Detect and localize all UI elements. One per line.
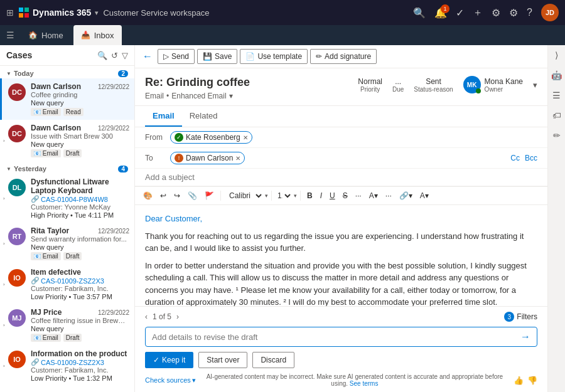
collapse-panel-button[interactable]: ⟩ bbox=[552, 48, 561, 63]
ai-filters-button[interactable]: 3 Filters bbox=[504, 312, 537, 322]
priority-label: Priority bbox=[358, 86, 382, 93]
size-chevron-icon: ▾ bbox=[294, 193, 297, 199]
email-subtype-chevron-icon[interactable]: ▾ bbox=[229, 92, 233, 100]
case-avatar: DL bbox=[8, 179, 26, 196]
emoji-button[interactable]: 🎨 bbox=[140, 189, 156, 202]
tag-icon[interactable]: 🏷 bbox=[550, 108, 564, 123]
case-id-link[interactable]: 🔗CAS-01004-P8W4W8 bbox=[31, 195, 128, 203]
case-avatar: MJ bbox=[8, 309, 26, 327]
bcc-button[interactable]: Bcc bbox=[525, 154, 537, 162]
cc-button[interactable]: Cc bbox=[510, 154, 520, 162]
attach-button[interactable]: 📎 bbox=[185, 189, 200, 202]
from-recipient[interactable]: ✓ Kate Rosenberg ✕ bbox=[170, 131, 252, 144]
brand-logo[interactable]: Dynamics 365 ▾ bbox=[19, 8, 98, 18]
redo-button[interactable]: ↪ bbox=[171, 189, 183, 202]
keep-it-button[interactable]: ✓ Keep it bbox=[145, 352, 193, 368]
sidebar-search-icon[interactable]: 🔍 bbox=[97, 51, 107, 60]
section-today[interactable]: ▼ Today 2 bbox=[0, 66, 134, 78]
nav-tab-home[interactable]: 🏠 Home bbox=[21, 25, 71, 45]
undo-button[interactable]: ↩ bbox=[157, 189, 170, 202]
cases-title: Cases bbox=[6, 50, 94, 60]
notification-icon[interactable]: 🔔 1 bbox=[434, 7, 447, 19]
discard-button[interactable]: Discard bbox=[252, 352, 294, 368]
link-button[interactable]: 🔗▾ bbox=[396, 189, 416, 202]
thumbs-up-button[interactable]: 👍 bbox=[514, 376, 524, 385]
to-recipient[interactable]: ! Dawn Carlson ✕ bbox=[170, 152, 245, 164]
save-button[interactable]: 💾 Save bbox=[197, 49, 237, 64]
nav-tab-inbox[interactable]: 📥 Inbox bbox=[73, 25, 122, 45]
sidebar-filter-icon[interactable]: ▽ bbox=[122, 51, 128, 60]
case-avatar: DC bbox=[8, 125, 26, 142]
subject-row bbox=[135, 169, 547, 186]
see-terms-link[interactable]: See terms bbox=[350, 380, 379, 387]
case-item[interactable]: › DC Dawn Carlson Issue with Smart Brew … bbox=[0, 120, 134, 161]
ai-draft-input[interactable] bbox=[152, 332, 520, 342]
add-signature-button[interactable]: ✏ Add signature bbox=[310, 49, 377, 64]
check-sources-button[interactable]: Check sources ▾ bbox=[145, 376, 196, 384]
ai-footer: Check sources ▾ AI-generated content may… bbox=[145, 373, 537, 387]
to-row: To ! Dawn Carlson ✕ Cc Bcc bbox=[135, 148, 547, 169]
flag-button[interactable]: 🚩 bbox=[202, 189, 217, 202]
use-template-button[interactable]: 📄 Use template bbox=[240, 49, 308, 64]
case-item[interactable]: › IO Information on the product 🔗CAS-010… bbox=[0, 346, 134, 386]
filter-icon[interactable]: ⚙ bbox=[492, 7, 500, 19]
highlight-button[interactable]: A▾ bbox=[417, 189, 432, 202]
bold-button[interactable]: B bbox=[304, 189, 316, 202]
due-value: ... bbox=[392, 77, 404, 86]
grid-icon[interactable]: ⊞ bbox=[6, 8, 14, 18]
more-format-button[interactable]: ··· bbox=[352, 189, 365, 202]
copilot-icon[interactable]: ✓ bbox=[456, 7, 464, 19]
text-color-button[interactable]: A▾ bbox=[366, 189, 381, 202]
strikethrough-button[interactable]: S bbox=[340, 189, 351, 202]
add-icon[interactable]: ＋ bbox=[473, 6, 483, 19]
thumbs-down-button[interactable]: 👎 bbox=[527, 376, 537, 385]
pencil-icon[interactable]: ✏ bbox=[551, 128, 563, 143]
search-icon[interactable]: 🔍 bbox=[413, 7, 426, 19]
remove-from-icon[interactable]: ✕ bbox=[243, 134, 248, 141]
back-button[interactable]: ← bbox=[143, 51, 153, 62]
owner-info: MK Mona Kane Owner bbox=[463, 76, 523, 93]
help-icon[interactable]: ? bbox=[527, 7, 532, 18]
to-label: To bbox=[145, 154, 170, 162]
tab-related[interactable]: Related bbox=[182, 106, 225, 127]
ai-send-button[interactable]: → bbox=[520, 331, 530, 342]
case-id-link[interactable]: 🔗CAS-01009-ZSZ2X3 bbox=[31, 277, 128, 285]
italic-button[interactable]: I bbox=[317, 189, 325, 202]
underline-button[interactable]: U bbox=[326, 189, 338, 202]
case-item[interactable]: DC Dawn Carlson Coffee grinding New quer… bbox=[0, 78, 134, 120]
ai-pagination: ‹ 1 of 5 › 3 Filters bbox=[145, 312, 537, 322]
user-avatar[interactable]: JD bbox=[541, 4, 559, 21]
tab-email[interactable]: Email bbox=[145, 106, 182, 127]
sidebar-refresh-icon[interactable]: ↺ bbox=[111, 51, 118, 60]
font-size-select[interactable]: 11 bbox=[275, 191, 293, 201]
remove-to-icon[interactable]: ✕ bbox=[235, 155, 240, 162]
email-body[interactable]: Dear Customer, Thank you for reaching ou… bbox=[135, 205, 547, 306]
case-tag-email: 📧 Email bbox=[31, 334, 61, 342]
online-indicator bbox=[476, 88, 481, 93]
case-id-link[interactable]: 🔗CAS-01009-ZSZ2X3 bbox=[31, 358, 128, 366]
ai-prev-button[interactable]: ‹ bbox=[145, 312, 148, 321]
recipient-status-icon: ! bbox=[175, 154, 183, 162]
signature-icon: ✏ bbox=[316, 52, 322, 61]
ai-next-button[interactable]: › bbox=[176, 312, 179, 321]
greeting-text: Dear Customer, bbox=[145, 214, 202, 223]
bot-icon[interactable]: 🤖 bbox=[549, 68, 564, 83]
settings-icon[interactable]: ⚙ bbox=[509, 7, 518, 19]
hamburger-icon[interactable]: ☰ bbox=[6, 30, 14, 40]
cc-bcc-actions: Cc Bcc bbox=[510, 154, 537, 162]
section-yesterday[interactable]: ▼ Yesterday 4 bbox=[0, 161, 134, 174]
start-over-button[interactable]: Start over bbox=[198, 352, 247, 368]
subject-input[interactable] bbox=[145, 172, 537, 182]
case-item[interactable]: › RT Rita Taylor Send warranty informati… bbox=[0, 223, 134, 264]
font-family-select[interactable]: Calibri bbox=[224, 189, 264, 202]
case-item[interactable]: › IO Item defective 🔗CAS-01009-ZSZ2X3 Cu… bbox=[0, 264, 134, 304]
top-navbar: ⊞ Dynamics 365 ▾ Customer Service worksp… bbox=[0, 0, 565, 25]
case-meta: 📧 Email Draft bbox=[31, 149, 128, 157]
owner-chevron-icon[interactable]: ▾ bbox=[533, 80, 537, 90]
case-item[interactable]: › MJ MJ Price Coffee filtering issue in … bbox=[0, 304, 134, 346]
case-item[interactable]: › DL Dysfunctional Litware Laptop Keyboa… bbox=[0, 174, 134, 223]
send-button[interactable]: ▷ Send bbox=[158, 49, 195, 64]
list-icon[interactable]: ☰ bbox=[550, 88, 563, 103]
status-value: Sent bbox=[414, 77, 453, 86]
more-options-button[interactable]: ··· bbox=[382, 189, 395, 202]
